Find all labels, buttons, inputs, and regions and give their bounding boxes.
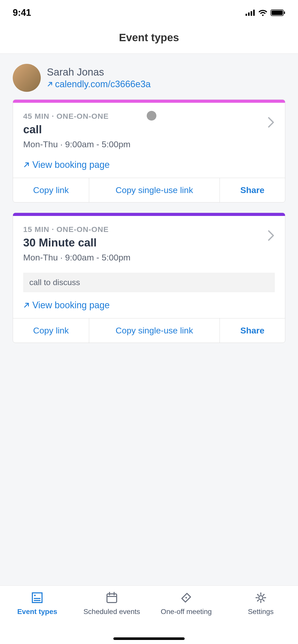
external-link-icon xyxy=(47,81,53,87)
event-note: call to discuss xyxy=(23,273,275,292)
chevron-right-icon xyxy=(268,230,275,241)
cellular-icon xyxy=(246,10,255,16)
svg-rect-5 xyxy=(272,10,283,15)
event-title: 30 Minute call xyxy=(23,236,275,249)
tab-one-off-meeting[interactable]: One-off meeting xyxy=(149,591,224,644)
status-icons xyxy=(246,9,285,16)
profile-info: Sarah Jonas calendly.com/c3666e3a xyxy=(47,66,151,90)
svg-point-15 xyxy=(185,597,187,598)
event-types-icon xyxy=(30,591,44,605)
profile-name: Sarah Jonas xyxy=(47,66,151,78)
external-link-icon xyxy=(23,302,30,309)
profile-section: Sarah Jonas calendly.com/c3666e3a xyxy=(0,54,298,99)
view-booking-link[interactable]: View booking page xyxy=(23,300,275,311)
view-booking-text: View booking page xyxy=(32,300,110,311)
status-bar: 9:41 xyxy=(0,0,298,25)
wifi-icon xyxy=(258,9,267,16)
page-title: Event types xyxy=(0,32,298,44)
card-body: 15 MIN · ONE-ON-ONE 30 Minute call Mon-T… xyxy=(13,216,285,318)
card-actions: Copy link Copy single-use link Share xyxy=(13,178,285,202)
status-time: 9:41 xyxy=(13,7,31,18)
copy-single-use-button[interactable]: Copy single-use link xyxy=(89,318,220,343)
card-accent xyxy=(13,100,285,103)
svg-rect-11 xyxy=(107,594,117,603)
tab-scheduled-events[interactable]: Scheduled events xyxy=(75,591,149,644)
event-title: call xyxy=(23,123,275,136)
gear-icon xyxy=(254,591,268,605)
tab-event-types[interactable]: Event types xyxy=(0,591,75,644)
svg-rect-1 xyxy=(248,12,250,16)
svg-point-8 xyxy=(34,595,36,596)
copy-link-button[interactable]: Copy link xyxy=(13,318,89,343)
external-link-icon xyxy=(23,162,30,168)
profile-link[interactable]: calendly.com/c3666e3a xyxy=(47,79,151,90)
chevron-right-icon xyxy=(268,117,275,128)
home-indicator[interactable] xyxy=(113,637,185,640)
event-schedule: Mon-Thu · 9:00am - 5:00pm xyxy=(23,139,275,149)
event-meta: 15 MIN · ONE-ON-ONE xyxy=(23,225,275,234)
event-schedule: Mon-Thu · 9:00am - 5:00pm xyxy=(23,253,275,262)
avatar[interactable] xyxy=(13,64,41,92)
share-button[interactable]: Share xyxy=(220,178,285,202)
svg-rect-6 xyxy=(284,11,285,14)
svg-point-16 xyxy=(259,596,263,600)
tab-label: Settings xyxy=(248,608,274,616)
battery-icon xyxy=(270,9,285,16)
tab-label: Event types xyxy=(17,608,57,616)
header: Event types xyxy=(0,25,298,54)
tab-settings[interactable]: Settings xyxy=(224,591,298,644)
tab-label: One-off meeting xyxy=(161,608,212,616)
svg-rect-3 xyxy=(253,10,255,16)
profile-link-text: calendly.com/c3666e3a xyxy=(55,79,151,90)
indicator-dot xyxy=(147,111,156,121)
svg-rect-7 xyxy=(32,593,42,603)
view-booking-link[interactable]: View booking page xyxy=(23,159,275,170)
card-accent xyxy=(13,213,285,216)
copy-link-button[interactable]: Copy link xyxy=(13,178,89,202)
event-card[interactable]: 15 MIN · ONE-ON-ONE 30 Minute call Mon-T… xyxy=(13,213,285,343)
tab-bar: Event types Scheduled events One-off mee… xyxy=(0,586,298,644)
svg-rect-0 xyxy=(246,14,247,16)
event-card[interactable]: 45 MIN · ONE-ON-ONE call Mon-Thu · 9:00a… xyxy=(13,99,285,202)
calendar-icon xyxy=(105,591,119,605)
svg-rect-2 xyxy=(251,11,252,16)
tab-label: Scheduled events xyxy=(83,608,140,616)
card-actions: Copy link Copy single-use link Share xyxy=(13,318,285,343)
card-body: 45 MIN · ONE-ON-ONE call Mon-Thu · 9:00a… xyxy=(13,103,285,178)
view-booking-text: View booking page xyxy=(32,159,110,170)
copy-single-use-button[interactable]: Copy single-use link xyxy=(89,178,220,202)
share-button[interactable]: Share xyxy=(220,318,285,343)
event-list: 45 MIN · ONE-ON-ONE call Mon-Thu · 9:00a… xyxy=(0,99,298,343)
ticket-icon xyxy=(179,591,193,605)
